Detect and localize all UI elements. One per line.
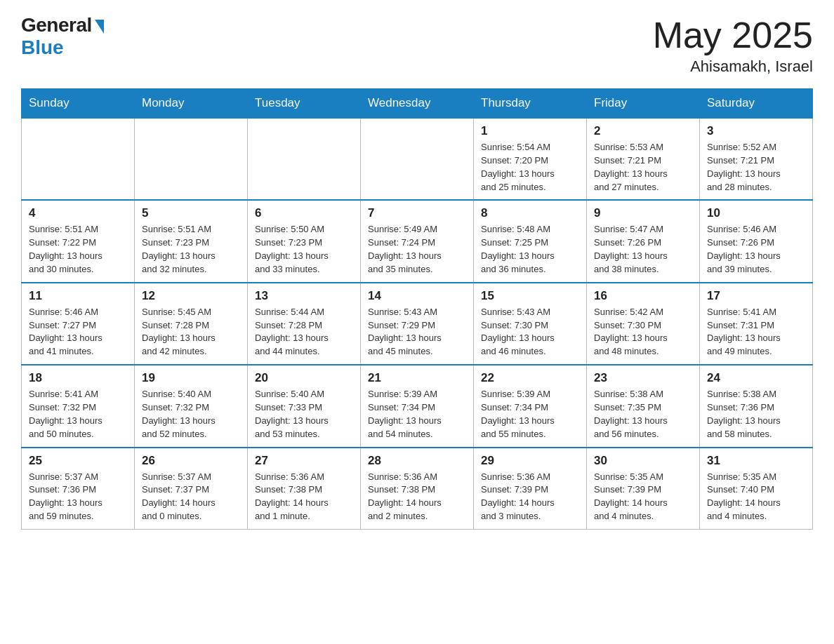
day-info: Sunrise: 5:46 AM Sunset: 7:27 PM Dayligh…	[29, 306, 127, 358]
day-number: 23	[594, 371, 692, 385]
week-row-5: 25Sunrise: 5:37 AM Sunset: 7:36 PM Dayli…	[22, 448, 813, 530]
calendar-cell: 9Sunrise: 5:47 AM Sunset: 7:26 PM Daylig…	[587, 200, 700, 282]
week-row-1: 1Sunrise: 5:54 AM Sunset: 7:20 PM Daylig…	[22, 118, 813, 200]
logo: General Blue	[21, 14, 104, 59]
day-number: 5	[142, 206, 240, 220]
calendar-cell: 20Sunrise: 5:40 AM Sunset: 7:33 PM Dayli…	[248, 365, 361, 447]
day-info: Sunrise: 5:44 AM Sunset: 7:28 PM Dayligh…	[255, 306, 353, 358]
day-info: Sunrise: 5:39 AM Sunset: 7:34 PM Dayligh…	[481, 388, 579, 441]
calendar-cell: 21Sunrise: 5:39 AM Sunset: 7:34 PM Dayli…	[361, 365, 474, 447]
day-info: Sunrise: 5:42 AM Sunset: 7:30 PM Dayligh…	[594, 306, 692, 358]
weekday-header-saturday: Saturday	[700, 89, 813, 119]
day-number: 2	[594, 124, 692, 138]
day-info: Sunrise: 5:40 AM Sunset: 7:32 PM Dayligh…	[142, 388, 240, 441]
week-row-3: 11Sunrise: 5:46 AM Sunset: 7:27 PM Dayli…	[22, 283, 813, 365]
calendar-cell: 3Sunrise: 5:52 AM Sunset: 7:21 PM Daylig…	[700, 118, 813, 200]
weekday-header-thursday: Thursday	[474, 89, 587, 119]
calendar-cell: 26Sunrise: 5:37 AM Sunset: 7:37 PM Dayli…	[135, 448, 248, 530]
calendar-table: SundayMondayTuesdayWednesdayThursdayFrid…	[21, 88, 813, 530]
calendar-cell: 6Sunrise: 5:50 AM Sunset: 7:23 PM Daylig…	[248, 200, 361, 282]
calendar-cell: 23Sunrise: 5:38 AM Sunset: 7:35 PM Dayli…	[587, 365, 700, 447]
calendar-cell	[22, 118, 135, 200]
calendar-cell	[248, 118, 361, 200]
calendar-cell: 24Sunrise: 5:38 AM Sunset: 7:36 PM Dayli…	[700, 365, 813, 447]
day-number: 10	[707, 206, 805, 220]
day-info: Sunrise: 5:37 AM Sunset: 7:37 PM Dayligh…	[142, 471, 240, 523]
day-info: Sunrise: 5:41 AM Sunset: 7:32 PM Dayligh…	[29, 388, 127, 441]
day-info: Sunrise: 5:38 AM Sunset: 7:36 PM Dayligh…	[707, 388, 805, 441]
logo-general-text: General	[21, 14, 92, 36]
day-number: 9	[594, 206, 692, 220]
weekday-header-wednesday: Wednesday	[361, 89, 474, 119]
day-number: 28	[368, 454, 466, 468]
calendar-cell: 18Sunrise: 5:41 AM Sunset: 7:32 PM Dayli…	[22, 365, 135, 447]
day-info: Sunrise: 5:36 AM Sunset: 7:39 PM Dayligh…	[481, 471, 579, 523]
day-number: 29	[481, 454, 579, 468]
calendar-cell: 25Sunrise: 5:37 AM Sunset: 7:36 PM Dayli…	[22, 448, 135, 530]
day-info: Sunrise: 5:48 AM Sunset: 7:25 PM Dayligh…	[481, 223, 579, 276]
day-number: 14	[368, 289, 466, 303]
title-area: May 2025 Ahisamakh, Israel	[653, 14, 813, 76]
logo-arrow-icon	[95, 20, 104, 34]
day-info: Sunrise: 5:54 AM Sunset: 7:20 PM Dayligh…	[481, 141, 579, 194]
calendar-cell: 15Sunrise: 5:43 AM Sunset: 7:30 PM Dayli…	[474, 283, 587, 365]
day-info: Sunrise: 5:51 AM Sunset: 7:22 PM Dayligh…	[29, 223, 127, 276]
calendar-cell: 4Sunrise: 5:51 AM Sunset: 7:22 PM Daylig…	[22, 200, 135, 282]
page-header: General Blue May 2025 Ahisamakh, Israel	[21, 14, 813, 76]
day-info: Sunrise: 5:49 AM Sunset: 7:24 PM Dayligh…	[368, 223, 466, 276]
calendar-cell: 12Sunrise: 5:45 AM Sunset: 7:28 PM Dayli…	[135, 283, 248, 365]
day-info: Sunrise: 5:53 AM Sunset: 7:21 PM Dayligh…	[594, 141, 692, 194]
day-number: 4	[29, 206, 127, 220]
day-number: 22	[481, 371, 579, 385]
day-info: Sunrise: 5:46 AM Sunset: 7:26 PM Dayligh…	[707, 223, 805, 276]
calendar-cell: 5Sunrise: 5:51 AM Sunset: 7:23 PM Daylig…	[135, 200, 248, 282]
week-row-4: 18Sunrise: 5:41 AM Sunset: 7:32 PM Dayli…	[22, 365, 813, 447]
calendar-cell	[135, 118, 248, 200]
week-row-2: 4Sunrise: 5:51 AM Sunset: 7:22 PM Daylig…	[22, 200, 813, 282]
calendar-cell: 1Sunrise: 5:54 AM Sunset: 7:20 PM Daylig…	[474, 118, 587, 200]
day-number: 30	[594, 454, 692, 468]
day-number: 3	[707, 124, 805, 138]
calendar-cell: 27Sunrise: 5:36 AM Sunset: 7:38 PM Dayli…	[248, 448, 361, 530]
calendar-cell: 11Sunrise: 5:46 AM Sunset: 7:27 PM Dayli…	[22, 283, 135, 365]
weekday-header-friday: Friday	[587, 89, 700, 119]
calendar-cell: 30Sunrise: 5:35 AM Sunset: 7:39 PM Dayli…	[587, 448, 700, 530]
day-info: Sunrise: 5:45 AM Sunset: 7:28 PM Dayligh…	[142, 306, 240, 358]
day-info: Sunrise: 5:41 AM Sunset: 7:31 PM Dayligh…	[707, 306, 805, 358]
calendar-cell: 29Sunrise: 5:36 AM Sunset: 7:39 PM Dayli…	[474, 448, 587, 530]
location-title: Ahisamakh, Israel	[653, 58, 813, 76]
calendar-cell: 16Sunrise: 5:42 AM Sunset: 7:30 PM Dayli…	[587, 283, 700, 365]
day-info: Sunrise: 5:43 AM Sunset: 7:29 PM Dayligh…	[368, 306, 466, 358]
calendar-cell: 7Sunrise: 5:49 AM Sunset: 7:24 PM Daylig…	[361, 200, 474, 282]
day-number: 6	[255, 206, 353, 220]
day-info: Sunrise: 5:36 AM Sunset: 7:38 PM Dayligh…	[255, 471, 353, 523]
day-info: Sunrise: 5:35 AM Sunset: 7:40 PM Dayligh…	[707, 471, 805, 523]
day-info: Sunrise: 5:50 AM Sunset: 7:23 PM Dayligh…	[255, 223, 353, 276]
day-info: Sunrise: 5:52 AM Sunset: 7:21 PM Dayligh…	[707, 141, 805, 194]
day-number: 13	[255, 289, 353, 303]
day-number: 8	[481, 206, 579, 220]
day-number: 21	[368, 371, 466, 385]
month-title: May 2025	[653, 14, 813, 56]
day-number: 17	[707, 289, 805, 303]
weekday-header-sunday: Sunday	[22, 89, 135, 119]
weekday-header-monday: Monday	[135, 89, 248, 119]
day-info: Sunrise: 5:39 AM Sunset: 7:34 PM Dayligh…	[368, 388, 466, 441]
calendar-cell: 8Sunrise: 5:48 AM Sunset: 7:25 PM Daylig…	[474, 200, 587, 282]
calendar-cell: 2Sunrise: 5:53 AM Sunset: 7:21 PM Daylig…	[587, 118, 700, 200]
calendar-cell: 10Sunrise: 5:46 AM Sunset: 7:26 PM Dayli…	[700, 200, 813, 282]
day-info: Sunrise: 5:37 AM Sunset: 7:36 PM Dayligh…	[29, 471, 127, 523]
day-info: Sunrise: 5:47 AM Sunset: 7:26 PM Dayligh…	[594, 223, 692, 276]
calendar-cell: 19Sunrise: 5:40 AM Sunset: 7:32 PM Dayli…	[135, 365, 248, 447]
day-number: 12	[142, 289, 240, 303]
day-number: 18	[29, 371, 127, 385]
day-info: Sunrise: 5:35 AM Sunset: 7:39 PM Dayligh…	[594, 471, 692, 523]
weekday-header-tuesday: Tuesday	[248, 89, 361, 119]
day-info: Sunrise: 5:38 AM Sunset: 7:35 PM Dayligh…	[594, 388, 692, 441]
calendar-cell: 13Sunrise: 5:44 AM Sunset: 7:28 PM Dayli…	[248, 283, 361, 365]
day-info: Sunrise: 5:51 AM Sunset: 7:23 PM Dayligh…	[142, 223, 240, 276]
day-number: 16	[594, 289, 692, 303]
day-number: 11	[29, 289, 127, 303]
calendar-cell: 14Sunrise: 5:43 AM Sunset: 7:29 PM Dayli…	[361, 283, 474, 365]
calendar-cell: 31Sunrise: 5:35 AM Sunset: 7:40 PM Dayli…	[700, 448, 813, 530]
